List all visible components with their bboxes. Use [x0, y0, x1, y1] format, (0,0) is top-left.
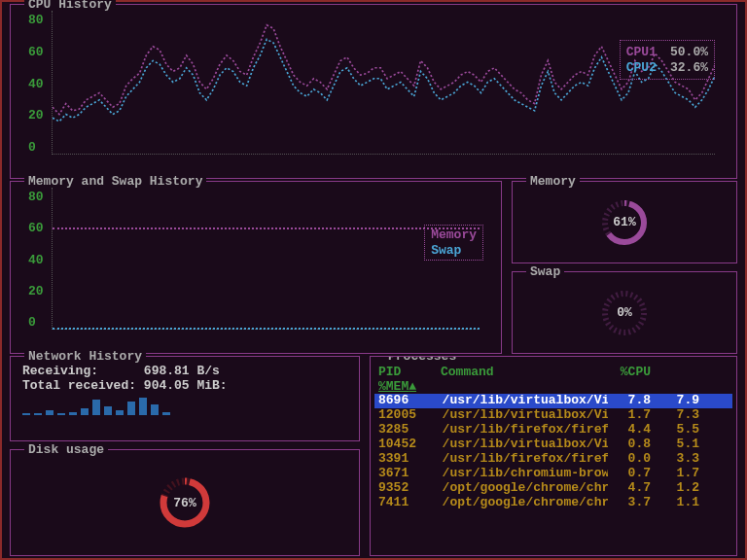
total-label: Total received: [22, 378, 136, 393]
proc-pid: 9352 [378, 481, 427, 496]
proc-command: /usr/lib/chromium-browse [427, 467, 608, 481]
proc-mem: 5.5 [651, 423, 699, 438]
memory-history-panel: Memory and Swap History 80 60 40 20 0 Me… [10, 181, 502, 354]
network-bar [46, 410, 53, 415]
memory-gauge-value: 61% [613, 215, 635, 229]
swap-label: Swap [431, 243, 477, 259]
col-pid[interactable]: PID [378, 365, 427, 379]
network-bar [92, 400, 100, 415]
network-title: Network History [24, 349, 146, 364]
processes-header[interactable]: PID Command %CPU [374, 365, 732, 379]
cpu-chart-area: 80 60 40 20 0 [22, 11, 725, 170]
disk-panel: Disk usage 76% [10, 449, 360, 556]
network-bar [69, 412, 77, 415]
cpu-legend-row: CPU1 50.0% [626, 45, 708, 60]
cpu1-value: 50.0% [670, 45, 708, 60]
y-tick: 80 [28, 190, 44, 204]
y-tick: 80 [28, 13, 44, 27]
proc-cpu: 3.7 [608, 496, 651, 510]
cpu2-value: 32.6% [670, 60, 708, 76]
process-row[interactable]: 9352 /opt/google/chrome/chrom4.71.2 [374, 481, 732, 496]
network-bar [22, 413, 30, 415]
proc-command: /usr/lib/virtualbox/Virt [427, 394, 608, 408]
process-row[interactable]: 3285 /usr/lib/firefox/firefox4.45.5 [374, 423, 732, 438]
process-row[interactable]: 3391 /usr/lib/firefox/firefox0.03.3 [374, 452, 732, 467]
proc-cpu: 4.7 [608, 481, 651, 496]
left-bottom-column: Network History Receiving: 698.81 B/s To… [10, 356, 360, 556]
proc-mem: 5.1 [651, 438, 699, 452]
mem-legend: Memory Swap [424, 225, 483, 261]
disk-gauge: 76% [151, 475, 219, 530]
proc-command: /usr/lib/firefox/firefox [427, 423, 608, 438]
proc-cpu: 0.8 [608, 438, 651, 452]
memory-history-title: Memory and Swap History [24, 174, 206, 189]
memory-row: Memory and Swap History 80 60 40 20 0 Me… [10, 181, 737, 354]
memory-gauge-panel: Memory 61% [512, 181, 737, 263]
process-row[interactable]: 12005 /usr/lib/virtualbox/Virt1.77.3 [374, 408, 732, 423]
mem-plot [52, 188, 480, 330]
proc-mem: 3.3 [651, 452, 699, 467]
proc-command: /opt/google/chrome/chrom [427, 481, 608, 496]
network-total-line: Total received: 904.05 MiB: [22, 379, 347, 394]
network-bar [81, 408, 89, 415]
memory-label: Memory [431, 228, 477, 243]
receiving-value: 698.81 B/s [144, 364, 220, 378]
network-panel: Network History Receiving: 698.81 B/s To… [10, 356, 360, 441]
memory-line [53, 228, 480, 229]
network-bar [104, 406, 112, 415]
proc-pid: 3285 [378, 423, 427, 438]
proc-mem: 1.2 [651, 481, 699, 496]
processes-body[interactable]: 8696 /usr/lib/virtualbox/Virt7.87.912005… [374, 394, 732, 510]
y-tick: 20 [28, 108, 44, 122]
cpu-history-panel: CPU History 80 60 40 20 0 CPU1 50.0% CPU… [10, 4, 737, 179]
network-bar [116, 410, 124, 415]
disk-title: Disk usage [24, 442, 108, 457]
col-mem[interactable] [651, 365, 699, 379]
swap-gauge-title: Swap [526, 264, 564, 279]
col-cpu[interactable]: %CPU [608, 365, 651, 379]
proc-cpu: 0.0 [608, 452, 651, 467]
proc-command: /usr/lib/virtualbox/Virt [427, 438, 608, 452]
network-bar [57, 413, 65, 415]
swap-gauge-value: 0% [617, 305, 632, 320]
y-tick: 60 [28, 221, 44, 235]
proc-pid: 12005 [378, 408, 427, 423]
y-tick: 40 [28, 253, 44, 267]
total-value: 904.05 MiB: [144, 378, 228, 393]
cpu-legend: CPU1 50.0% CPU2 32.6% [620, 40, 715, 80]
processes-title: Processes [384, 356, 460, 364]
network-bar [151, 404, 159, 415]
network-receiving-line: Receiving: 698.81 B/s [22, 365, 347, 379]
y-tick: 20 [28, 284, 44, 298]
mem-chart-area: 80 60 40 20 0 [22, 188, 489, 345]
proc-pid: 10452 [378, 438, 427, 452]
col-command[interactable]: Command [427, 365, 608, 379]
proc-pid: 3391 [378, 452, 427, 467]
process-row[interactable]: 10452 /usr/lib/virtualbox/Virt0.85.1 [374, 438, 732, 452]
process-row[interactable]: 8696 /usr/lib/virtualbox/Virt7.87.9 [374, 394, 732, 408]
proc-pid: 3671 [378, 467, 427, 481]
memory-gauge: 61% [595, 198, 654, 247]
process-row[interactable]: 7411 /opt/google/chrome/chrom3.71.1 [374, 496, 732, 510]
proc-cpu: 0.7 [608, 467, 651, 481]
proc-cpu: 4.4 [608, 423, 651, 438]
cpu-y-axis: 80 60 40 20 0 [22, 11, 52, 170]
process-row[interactable]: 3671 /usr/lib/chromium-browse0.71.7 [374, 467, 732, 481]
sort-col: %MEM [378, 379, 409, 394]
mem-y-axis: 80 60 40 20 0 [22, 188, 52, 345]
gauge-column: Memory 61% Swap 0% [512, 181, 737, 354]
swap-line [53, 328, 480, 330]
y-tick: 40 [28, 77, 44, 91]
network-bar [162, 412, 170, 415]
proc-command: /usr/lib/firefox/firefox [427, 452, 608, 467]
y-tick: 0 [28, 315, 44, 330]
network-bar-chart [22, 398, 347, 415]
proc-command: /usr/lib/virtualbox/Virt [427, 408, 608, 423]
proc-cpu: 7.8 [608, 394, 651, 408]
swap-gauge: 0% [595, 289, 654, 337]
proc-mem: 7.9 [651, 394, 699, 408]
proc-cpu: 1.7 [608, 408, 651, 423]
cpu-plot [52, 11, 715, 155]
proc-pid: 8696 [378, 394, 427, 408]
sort-indicator[interactable]: %MEM▲ [374, 379, 732, 394]
